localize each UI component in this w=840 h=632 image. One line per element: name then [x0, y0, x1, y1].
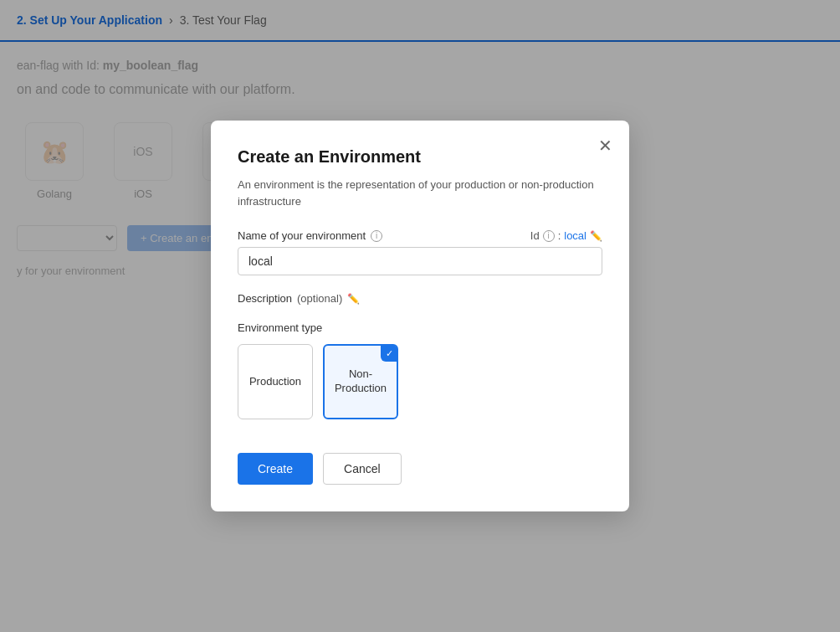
id-value: local — [564, 229, 586, 242]
name-info-icon[interactable]: i — [371, 230, 382, 242]
close-button[interactable]: ✕ — [595, 134, 616, 157]
env-type-grid: Production ✓ Non-Production — [238, 344, 602, 419]
id-label: Id — [530, 229, 540, 242]
cancel-button[interactable]: Cancel — [323, 453, 402, 485]
name-input[interactable] — [238, 247, 602, 275]
env-type-label: Environment type — [238, 321, 602, 334]
selected-check-icon: ✓ — [381, 345, 397, 362]
create-environment-modal: ✕ Create an Environment An environment i… — [211, 121, 629, 511]
id-edit-icon[interactable]: ✏️ — [590, 230, 602, 242]
description-label-row: Description (optional) ✏️ — [238, 292, 602, 305]
env-type-production[interactable]: Production — [238, 344, 313, 419]
name-label: Name of your environment — [238, 229, 366, 242]
create-button[interactable]: Create — [238, 453, 313, 485]
env-type-non-production[interactable]: ✓ Non-Production — [323, 344, 398, 419]
modal-title: Create an Environment — [238, 147, 602, 167]
modal-footer: Create Cancel — [238, 453, 602, 485]
description-edit-icon[interactable]: ✏️ — [347, 293, 360, 305]
name-label-row: Name of your environment i Id i : local … — [238, 229, 602, 242]
modal-overlay: ✕ Create an Environment An environment i… — [0, 0, 840, 632]
modal-description: An environment is the representation of … — [238, 177, 602, 209]
id-info-icon[interactable]: i — [543, 230, 555, 242]
description-label: Description — [238, 292, 292, 305]
